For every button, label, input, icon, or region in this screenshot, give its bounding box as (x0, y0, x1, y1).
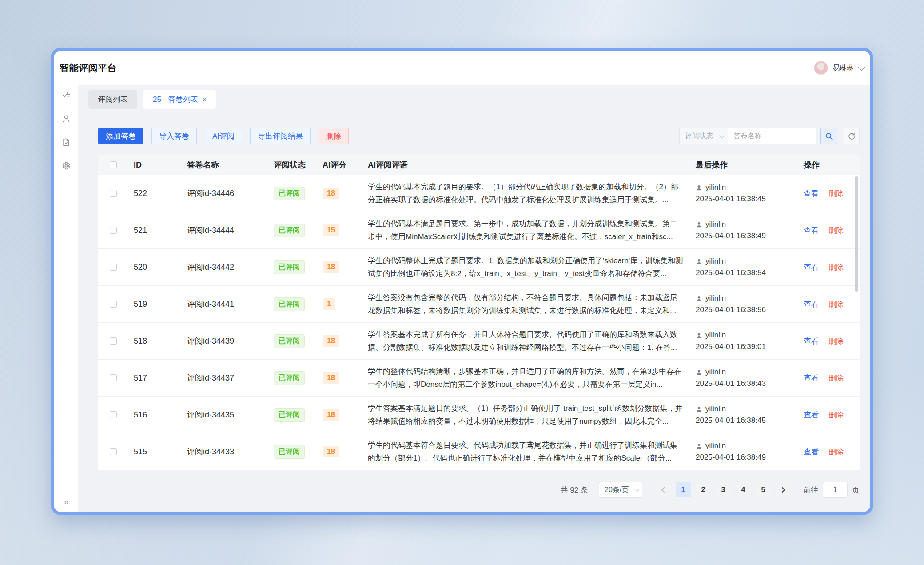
page-button-4[interactable]: 4 (736, 482, 751, 497)
view-link[interactable]: 查看 (804, 300, 819, 309)
row-lastop: yilinlin 2025-04-01 16:38:45 (689, 405, 797, 425)
row-actions: 查看 删除 (797, 299, 860, 309)
user-menu[interactable]: 易琳琳 (814, 61, 863, 75)
row-operator: yilinlin (705, 405, 726, 413)
document-check-icon[interactable] (62, 138, 71, 147)
sidebar: » (54, 85, 79, 512)
person-icon (696, 443, 702, 449)
row-checkbox[interactable] (110, 337, 117, 345)
refresh-icon (847, 132, 856, 140)
goto-page-input[interactable] (823, 482, 848, 498)
row-checkbox[interactable] (110, 190, 117, 197)
checklist-icon[interactable] (62, 91, 71, 100)
view-link[interactable]: 查看 (804, 226, 819, 235)
column-header-lastop: 最后操作 (689, 160, 797, 170)
answer-name-input[interactable] (728, 128, 816, 144)
table-row: 522 评阅id-34446 已评阅 18 学生的代码基本完成了题目的要求。（1… (98, 175, 860, 212)
row-checkbox[interactable] (110, 264, 117, 271)
table-row: 520 评阅id-34442 已评阅 18 学生的代码整体上完成了题目要求。1.… (98, 249, 860, 286)
row-name: 评阅id-34442 (178, 262, 265, 272)
page-button-1[interactable]: 1 (676, 482, 691, 497)
import-answer-button[interactable]: 导入答卷 (151, 128, 197, 144)
column-header-action: 操作 (797, 160, 860, 170)
page-size-select[interactable]: 20条/页 (599, 482, 642, 498)
person-icon (696, 221, 702, 228)
search-button[interactable] (820, 128, 837, 144)
gear-icon[interactable] (62, 161, 71, 170)
chevron-down-icon (858, 64, 865, 71)
person-icon (696, 184, 702, 191)
row-checkbox[interactable] (110, 227, 117, 234)
tab-label: 评阅列表 (98, 94, 128, 104)
export-results-button[interactable]: 导出评阅结果 (250, 128, 311, 144)
app-body: » 评阅列表 25 - 答卷列表 × 添加答卷 导入答卷 AI评阅 导出评阅结果 (54, 85, 870, 512)
prev-page-button[interactable] (656, 482, 671, 497)
tab-answer-list[interactable]: 25 - 答卷列表 × (143, 90, 216, 109)
delete-link[interactable]: 删除 (828, 300, 844, 309)
row-operator: yilinlin (705, 441, 726, 450)
row-name: 评阅id-34435 (178, 409, 265, 420)
score-badge: 1 (323, 298, 335, 310)
row-checkbox[interactable] (110, 301, 117, 308)
page-size-value: 20条/页 (605, 485, 629, 495)
row-comment: 学生答案基本满足题目的要求。（1）任务部分正确使用了`train_test_sp… (362, 402, 689, 428)
row-name: 评阅id-34439 (178, 336, 265, 346)
view-link[interactable]: 查看 (804, 263, 819, 272)
delete-link[interactable]: 删除 (828, 263, 844, 272)
user-icon[interactable] (62, 114, 71, 123)
delete-link[interactable]: 删除 (828, 337, 844, 345)
view-link[interactable]: 查看 (804, 374, 819, 382)
row-lastop: yilinlin 2025-04-01 16:38:43 (689, 368, 797, 388)
table-row: 517 评阅id-34437 已评阅 18 学生的整体代码结构清晰，步骤基本正确… (98, 360, 860, 397)
score-badge: 18 (323, 372, 339, 384)
view-link[interactable]: 查看 (804, 337, 819, 345)
total-count: 共 92 条 (561, 485, 588, 495)
table-row: 516 评阅id-34435 已评阅 18 学生答案基本满足题目的要求。（1）任… (98, 397, 860, 433)
row-operator: yilinlin (705, 294, 726, 303)
view-link[interactable]: 查看 (804, 189, 819, 198)
delete-link[interactable]: 删除 (828, 411, 844, 419)
row-checkbox[interactable] (110, 448, 117, 455)
row-id: 519 (125, 300, 178, 309)
row-id: 521 (125, 226, 178, 235)
ai-review-button[interactable]: AI评阅 (205, 128, 242, 144)
delete-link[interactable]: 删除 (828, 189, 844, 198)
close-icon[interactable]: × (203, 96, 207, 103)
row-actions: 查看 删除 (797, 373, 860, 383)
row-checkbox[interactable] (110, 411, 117, 418)
select-all-checkbox[interactable] (110, 161, 117, 168)
desktop-background: { "app": { "title": "智能评阅平台", "user_name… (0, 0, 924, 565)
chevron-down-icon (719, 132, 725, 138)
score-badge: 18 (323, 335, 339, 347)
tab-review-list[interactable]: 评阅列表 (88, 90, 137, 109)
page-button-2[interactable]: 2 (696, 482, 711, 497)
add-answer-button[interactable]: 添加答卷 (98, 128, 143, 144)
view-link[interactable]: 查看 (804, 411, 819, 419)
table-row: 515 评阅id-34433 已评阅 18 学生的代码基本符合题目要求。代码成功… (98, 433, 860, 470)
delete-link[interactable]: 删除 (828, 226, 844, 235)
refresh-button[interactable] (843, 128, 860, 144)
review-status-select[interactable]: 评阅状态 (679, 128, 728, 144)
column-header-comment: AI评阅评语 (362, 160, 689, 170)
row-time: 2025-04-01 16:38:49 (696, 232, 797, 240)
delete-link[interactable]: 删除 (828, 374, 844, 382)
status-badge: 已评阅 (274, 224, 305, 237)
page-button-5[interactable]: 5 (756, 482, 771, 497)
view-link[interactable]: 查看 (804, 448, 819, 456)
row-operator: yilinlin (705, 220, 726, 229)
delete-button[interactable]: 删除 (319, 128, 349, 144)
page-button-3[interactable]: 3 (716, 482, 731, 497)
chevron-right-icon (781, 487, 786, 493)
row-checkbox[interactable] (110, 374, 117, 381)
score-badge: 15 (323, 224, 339, 236)
row-name: 评阅id-34433 (178, 446, 265, 457)
review-status-placeholder: 评阅状态 (685, 132, 713, 141)
next-page-button[interactable] (776, 482, 791, 497)
row-lastop: yilinlin 2025-04-01 16:38:56 (689, 294, 797, 314)
sidebar-collapse-icon[interactable]: » (54, 497, 79, 507)
row-id: 516 (125, 410, 178, 420)
delete-link[interactable]: 删除 (828, 448, 844, 456)
answer-table: ID 答卷名称 评阅状态 AI评分 AI评阅评语 最后操作 操作 522 评阅i… (98, 155, 860, 470)
table-scrollbar[interactable] (855, 176, 858, 292)
avatar[interactable] (814, 61, 828, 75)
